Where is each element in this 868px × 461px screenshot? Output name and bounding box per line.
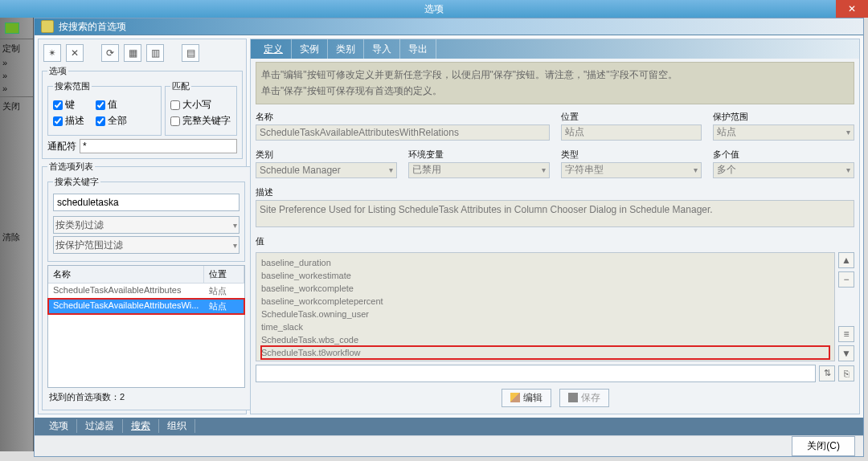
- list-item[interactable]: ScheduleTask.owning_user: [261, 308, 829, 320]
- pref-table-head: 名称 位置: [48, 266, 244, 284]
- pref-table: 名称 位置 ScheduleTaskAvailableAttributes 站点…: [47, 265, 245, 387]
- table-row[interactable]: ScheduleTaskAvailableAttributesWi... 站点: [48, 299, 244, 314]
- lbl-cat: 类别: [256, 149, 397, 161]
- list-item[interactable]: baseline_workestimate: [261, 269, 829, 282]
- val-mid-button[interactable]: ≡: [838, 326, 854, 342]
- match-fieldset: 匹配 大小写 完整关键字: [165, 80, 237, 136]
- chevron-down-icon: ▾: [233, 241, 237, 250]
- lbl-key: 键: [65, 98, 75, 112]
- chk-whole[interactable]: [170, 116, 180, 126]
- sidebar-close[interactable]: 关闭: [2, 100, 31, 112]
- lbl-value: 值: [108, 98, 117, 112]
- chevron-down-icon: ▾: [694, 165, 698, 174]
- chk-case[interactable]: [170, 100, 180, 110]
- sidebar-custom[interactable]: 定制: [2, 43, 31, 55]
- preflist-legend: 首选项列表: [47, 161, 95, 173]
- save-icon: [568, 393, 578, 402]
- lbl-values: 值: [256, 235, 854, 247]
- fld-protect[interactable]: 站点▾: [713, 124, 854, 141]
- wildcard-input[interactable]: [80, 139, 237, 153]
- list-item[interactable]: ScheduleTask.t8workflow: [261, 346, 829, 359]
- filter-scope-select[interactable]: 按保护范围过滤▾: [53, 236, 240, 254]
- lbl-whole: 完整关键字: [182, 114, 231, 128]
- fld-cat[interactable]: Schedule Manager▾: [256, 162, 397, 178]
- keyword-input[interactable]: [53, 194, 240, 211]
- fld-loc: 站点: [561, 124, 702, 141]
- edit-icon: [510, 393, 520, 402]
- th-name[interactable]: 名称: [48, 266, 204, 283]
- sidebar-arrow3[interactable]: »: [2, 84, 31, 93]
- list-item[interactable]: baseline_workcomplete: [261, 282, 829, 295]
- tab-import[interactable]: 导入: [364, 39, 400, 59]
- options-dialog: 按搜索的首选项 ✴ ✕ ⟳ ▦ ▥ ▤: [34, 18, 864, 457]
- list-item[interactable]: baseline_duration: [261, 256, 829, 269]
- chevron-down-icon: ▾: [846, 128, 850, 137]
- sidebar-icon[interactable]: [5, 22, 19, 34]
- filter-category-select[interactable]: 按类别过滤▾: [53, 216, 240, 234]
- chk-value[interactable]: [96, 100, 105, 110]
- fld-multi[interactable]: 多个▾: [713, 162, 854, 178]
- lbl-case: 大小写: [182, 98, 211, 112]
- table-row[interactable]: ScheduleTaskAvailableAttributes 站点: [48, 284, 244, 299]
- options-fieldset: 选项 搜索范围 键 描述 值: [42, 65, 243, 159]
- btab-filter[interactable]: 过滤器: [77, 419, 123, 433]
- fld-desc: Site Preference Used for Listing Schedul…: [256, 200, 854, 227]
- match-legend: 匹配: [170, 80, 191, 92]
- wildcard-label: 通配符: [47, 140, 76, 153]
- lbl-type: 类型: [561, 149, 702, 161]
- val-remove-button[interactable]: −: [838, 271, 854, 288]
- lbl-loc: 位置: [561, 111, 702, 123]
- fld-env[interactable]: 已禁用▾: [408, 162, 550, 178]
- lbl-protect: 保护范围: [713, 111, 854, 123]
- edit-button[interactable]: 编辑: [502, 389, 551, 407]
- def-tabbar: 定义 实例 类别 导入 导出: [251, 39, 859, 59]
- list-item[interactable]: baseline_workcompletepercent: [261, 295, 829, 308]
- sidebar-arrow1[interactable]: »: [2, 58, 31, 67]
- val-down-button[interactable]: ▼: [838, 345, 854, 361]
- options-legend: 选项: [47, 65, 68, 77]
- save-button: 保存: [559, 389, 609, 407]
- chk-key[interactable]: [53, 100, 63, 110]
- dialog-close-button[interactable]: 关闭(C): [792, 436, 855, 456]
- tb-new-icon[interactable]: ✴: [43, 44, 61, 62]
- keyword-fieldset: 搜索关键字 按类别过滤▾ 按保护范围过滤▾: [47, 176, 245, 262]
- scope-legend: 搜索范围: [53, 80, 92, 92]
- fld-type[interactable]: 字符串型▾: [561, 162, 702, 178]
- val-up-button[interactable]: ▲: [838, 252, 854, 268]
- val-copy-button[interactable]: ⎘: [838, 365, 854, 381]
- lbl-env: 环境变量: [408, 149, 550, 161]
- btab-options[interactable]: 选项: [41, 419, 77, 433]
- tb-delete-icon[interactable]: ✕: [66, 44, 84, 62]
- dialog-icon: [41, 20, 54, 33]
- lbl-all: 全部: [108, 114, 127, 128]
- chk-all[interactable]: [96, 116, 105, 126]
- value-add-input[interactable]: [256, 365, 816, 382]
- outer-close-button[interactable]: ✕: [836, 0, 868, 18]
- tab-export[interactable]: 导出: [400, 39, 436, 59]
- tb-grid3-icon[interactable]: ▤: [182, 44, 199, 62]
- tab-definition[interactable]: 定义: [256, 39, 292, 59]
- bottom-tabbar: 选项 过滤器 搜索 组织: [35, 418, 863, 435]
- tb-grid1-icon[interactable]: ▦: [124, 44, 141, 62]
- chevron-down-icon: ▾: [233, 221, 237, 230]
- sidebar-clear[interactable]: 清除: [2, 231, 31, 243]
- btab-org[interactable]: 组织: [159, 419, 195, 433]
- lbl-desc: 描述: [256, 186, 854, 198]
- chevron-down-icon: ▾: [542, 165, 546, 174]
- list-item[interactable]: time_slack: [261, 320, 829, 333]
- th-loc[interactable]: 位置: [204, 266, 244, 283]
- preflist-fieldset: 首选项列表 搜索关键字 按类别过滤▾ 按保护范围过滤▾ 名称 位置: [42, 161, 251, 410]
- app-sidebar: 定制 » » » 关闭 清除: [0, 18, 34, 451]
- list-item[interactable]: ScheduleTask.wbs_code: [261, 333, 829, 346]
- values-listbox[interactable]: baseline_duration baseline_workestimate …: [256, 252, 835, 361]
- tab-category[interactable]: 类别: [328, 39, 364, 59]
- tb-grid2-icon[interactable]: ▥: [146, 44, 164, 62]
- right-panel: 定义 实例 类别 导入 导出 单击"编辑"按钮可修改定义并更新任意字段，以便启用…: [250, 39, 860, 414]
- btab-search[interactable]: 搜索: [123, 419, 159, 433]
- sidebar-arrow2[interactable]: »: [2, 71, 31, 80]
- tab-instance[interactable]: 实例: [292, 39, 328, 59]
- chevron-down-icon: ▾: [389, 165, 393, 174]
- chk-desc[interactable]: [53, 116, 63, 126]
- val-sort-button[interactable]: ⇅: [819, 365, 835, 381]
- tb-refresh-icon[interactable]: ⟳: [101, 44, 119, 62]
